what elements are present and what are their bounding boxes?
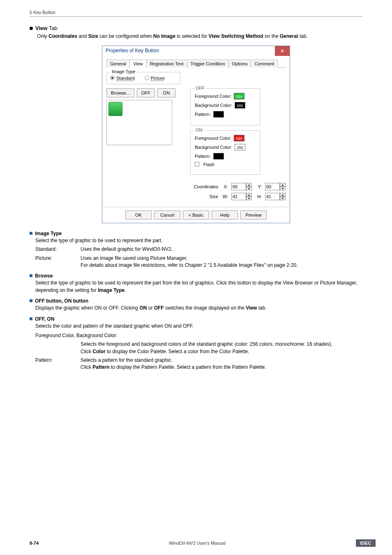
bullet-icon <box>30 27 33 30</box>
fgbg-label: Foreground Color, Background Color: <box>35 332 362 339</box>
radio-standard-label: Standard <box>116 76 135 81</box>
basic-button[interactable]: < Basic <box>183 210 209 220</box>
pattern-term: Pattern: <box>35 357 81 371</box>
page-header: 5 Key Button <box>30 10 362 17</box>
on-pattern-swatch[interactable] <box>213 153 224 160</box>
image-type-legend: Image Type <box>110 69 137 74</box>
y-label: Y: <box>255 184 262 189</box>
footer-title: WindO/I-NV2 User's Manual <box>169 541 226 546</box>
off-pattern-swatch[interactable] <box>213 111 224 118</box>
w-label: W: <box>221 194 228 199</box>
size-label: Size <box>210 194 218 199</box>
off-legend: OFF <box>194 86 206 90</box>
tab-registration-text[interactable]: Registration Text <box>146 60 187 68</box>
radio-icon <box>145 76 149 80</box>
radio-icon <box>110 76 115 80</box>
view-tab-desc: Only Coordinates and Size can be configu… <box>37 33 362 40</box>
h-label: H: <box>255 194 262 199</box>
spin-up-icon[interactable]: ▲ <box>280 183 286 187</box>
flash-label: Flash <box>203 162 214 167</box>
dialog-title: Properties of Key Button <box>102 46 275 56</box>
preview-area <box>106 100 172 145</box>
off-group: OFF Foreground Color: 024 Background Col… <box>190 88 260 125</box>
w-input[interactable] <box>231 193 246 200</box>
on-state-button[interactable]: ON <box>157 88 175 97</box>
view-tab-heading-bold: View <box>35 25 47 31</box>
radio-standard[interactable]: Standard <box>110 76 135 81</box>
tab-comment[interactable]: Comment <box>251 60 278 68</box>
h-spinner[interactable]: ▲▼ <box>265 193 286 200</box>
on-bg-label: Background Color: <box>195 145 232 150</box>
view-tab-heading: View Tab <box>35 25 58 31</box>
image-type-desc: Select the type of graphic to be used to… <box>35 237 362 244</box>
radio-picture[interactable]: Picture <box>145 76 165 81</box>
on-bg-swatch[interactable]: 255 <box>235 144 245 150</box>
square-bullet-icon <box>30 299 32 302</box>
cancel-button[interactable]: Cancel <box>154 210 180 220</box>
off-state-button[interactable]: OFF <box>137 88 155 97</box>
spin-down-icon[interactable]: ▼ <box>246 197 252 200</box>
y-spinner[interactable]: ▲▼ <box>265 183 286 190</box>
on-fg-label: Foreground Color: <box>195 136 231 141</box>
h-input[interactable] <box>265 193 280 200</box>
spin-up-icon[interactable]: ▲ <box>246 193 252 197</box>
standard-term: Standard: <box>35 246 81 253</box>
properties-dialog: Properties of Key Button ✕ General View … <box>102 46 290 223</box>
coords-label: Coordinates <box>194 184 218 189</box>
tab-options[interactable]: Options <box>228 60 251 68</box>
browse-button[interactable]: Browse... <box>106 88 134 97</box>
close-button[interactable]: ✕ <box>275 46 290 56</box>
page-number: 8-74 <box>30 541 39 546</box>
on-fg-swatch[interactable]: 020 <box>234 135 244 141</box>
offon-colors-desc: Selects the color and pattern of the sta… <box>35 323 362 330</box>
preview-button[interactable]: Preview <box>240 210 267 220</box>
x-input[interactable] <box>231 183 246 190</box>
off-bg-label: Background Color: <box>195 103 232 108</box>
y-input[interactable] <box>265 183 280 190</box>
help-button[interactable]: Help <box>212 210 238 220</box>
square-bullet-icon <box>30 232 32 235</box>
off-fg-swatch[interactable]: 024 <box>234 93 244 99</box>
on-group: ON Foreground Color: 020 Background Colo… <box>190 130 260 175</box>
offon-button-desc: Displays the graphic when ON or OFF. Cli… <box>35 305 362 312</box>
off-fg-label: Foreground Color: <box>195 94 231 99</box>
w-spinner[interactable]: ▲▼ <box>231 193 252 200</box>
pattern-def: Selects a pattern for the standard graph… <box>81 357 362 371</box>
square-bullet-icon <box>30 274 32 277</box>
spin-down-icon[interactable]: ▼ <box>280 197 286 200</box>
image-type-fieldset: Image Type Standard Picture <box>106 72 180 84</box>
dialog-tabs: General View Registration Text Trigger C… <box>106 59 286 68</box>
on-pattern-label: Pattern: <box>195 154 211 159</box>
picture-def: Uses an image file saved using Picture M… <box>81 255 362 269</box>
picture-term: Picture: <box>35 255 81 269</box>
radio-picture-label: Picture <box>151 76 165 81</box>
spin-up-icon[interactable]: ▲ <box>246 183 252 187</box>
tab-general[interactable]: General <box>106 60 130 68</box>
standard-def: Uses the default graphic for WindO/I-NV2… <box>81 246 362 253</box>
x-spinner[interactable]: ▲▼ <box>231 183 252 190</box>
square-bullet-icon <box>30 317 32 320</box>
x-label: X: <box>221 184 228 189</box>
brand-badge: IDEC <box>356 539 376 547</box>
fgbg-def: Selects the foreground and background co… <box>81 341 362 355</box>
browse-desc: Select the type of graphic to be used to… <box>35 280 362 294</box>
ok-button[interactable]: OK <box>125 210 152 220</box>
spin-up-icon[interactable]: ▲ <box>280 193 286 197</box>
browse-head: Browse <box>30 273 362 279</box>
fgbg-term-blank <box>35 341 81 355</box>
image-type-head: Image Type <box>30 231 362 236</box>
spin-down-icon[interactable]: ▼ <box>246 187 252 190</box>
flash-checkbox[interactable] <box>195 162 199 166</box>
offon-colors-head: OFF, ON <box>30 316 362 322</box>
on-legend: ON <box>194 127 204 132</box>
view-tab-heading-suffix: Tab <box>47 25 57 31</box>
preview-graphic <box>108 102 122 116</box>
offon-button-head: OFF button, ON button <box>30 298 362 304</box>
tab-trigger-condition[interactable]: Trigger Condition <box>187 60 229 68</box>
tab-view[interactable]: View <box>129 60 147 68</box>
off-bg-swatch[interactable]: 000 <box>235 102 245 109</box>
spin-down-icon[interactable]: ▼ <box>280 187 286 190</box>
off-pattern-label: Pattern: <box>195 112 211 117</box>
